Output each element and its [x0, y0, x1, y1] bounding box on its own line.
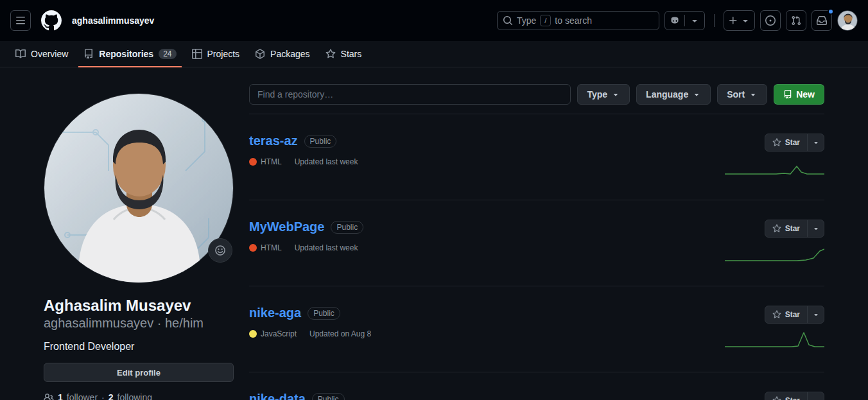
create-new-button[interactable] — [724, 10, 755, 31]
tab-stars[interactable]: Stars — [320, 41, 367, 67]
issues-button[interactable] — [760, 10, 781, 31]
language-name: JavaScript — [261, 329, 297, 338]
star-button-label: Star — [785, 396, 800, 400]
tab-repositories[interactable]: Repositories 24 — [78, 41, 181, 67]
chevron-down-icon — [692, 90, 701, 99]
star-dropdown-button[interactable] — [808, 392, 824, 400]
repository-list: teras-az Public HTML Updated last week — [249, 114, 824, 400]
profile-avatar[interactable] — [44, 93, 234, 283]
repositories-panel: Type Language Sort — [249, 67, 824, 400]
header-avatar[interactable] — [837, 10, 858, 31]
header-avatar-image — [838, 11, 858, 31]
profile-photo — [44, 94, 234, 283]
chevron-down-icon — [740, 15, 751, 26]
tab-label: Packages — [270, 49, 309, 59]
star-icon — [772, 138, 781, 147]
sort-filter-label: Sort — [727, 89, 745, 100]
language-dot — [249, 330, 257, 338]
repo-row-nike-data: nike-data Public JavaScript Updated on J… — [249, 372, 824, 400]
repo-link[interactable]: nike-aga — [249, 306, 301, 320]
repo-updated: Updated on Aug 8 — [309, 329, 371, 338]
new-button-label: New — [796, 89, 815, 100]
slash-key-hint: / — [540, 15, 551, 26]
tab-label: Projects — [207, 49, 240, 59]
issue-opened-icon — [765, 15, 776, 26]
star-button[interactable]: Star — [765, 134, 808, 151]
following-count: 2 — [108, 392, 114, 400]
star-button-group: Star — [765, 306, 824, 324]
language-filter-button[interactable]: Language — [636, 84, 711, 105]
profile-sidebar: Aghasalim Musayev aghasalimmusayev · he/… — [44, 67, 234, 400]
star-button-label: Star — [785, 138, 800, 147]
repo-side: Star — [725, 306, 824, 350]
follower-label: follower — [67, 392, 98, 400]
star-button-label: Star — [785, 310, 800, 319]
tab-overview[interactable]: Overview — [10, 41, 73, 67]
header-actions: Type / to search — [497, 10, 858, 31]
repo-link[interactable]: nike-data — [249, 392, 306, 400]
repo-language: HTML — [249, 243, 282, 252]
chevron-down-icon — [812, 311, 820, 318]
tab-label: Stars — [341, 49, 362, 59]
tab-projects[interactable]: Projects — [187, 41, 245, 67]
star-button[interactable]: Star — [765, 392, 808, 400]
sort-filter-button[interactable]: Sort — [717, 84, 767, 105]
global-search-input[interactable]: Type / to search — [497, 11, 659, 30]
language-name: HTML — [261, 243, 282, 252]
star-dropdown-button[interactable] — [808, 306, 824, 323]
followers-link[interactable]: 1 follower · 2 following — [44, 392, 234, 400]
header-divider — [714, 14, 715, 27]
chevron-down-icon — [812, 139, 820, 146]
following-label: following — [117, 392, 152, 400]
git-pull-request-icon — [791, 15, 801, 26]
star-button-group: Star — [765, 392, 824, 400]
star-button-group: Star — [765, 220, 824, 238]
star-icon — [772, 310, 781, 319]
copilot-caret-icon[interactable] — [685, 12, 704, 30]
package-icon — [255, 49, 265, 59]
repo-icon — [83, 49, 94, 59]
set-status-button[interactable] — [208, 238, 232, 263]
notification-dot — [828, 8, 834, 15]
repo-link[interactable]: MyWebPage — [249, 220, 324, 234]
pull-requests-button[interactable] — [786, 10, 806, 31]
repo-info: nike-aga Public JavaScript Updated on Au… — [249, 306, 371, 338]
repo-link[interactable]: teras-az — [249, 134, 298, 148]
type-filter-button[interactable]: Type — [577, 84, 630, 105]
profile-name: Aghasalim Musayev — [44, 296, 234, 315]
edit-profile-button[interactable]: Edit profile — [44, 363, 234, 382]
new-repository-button[interactable]: New — [774, 84, 824, 105]
profile-layout: Aghasalim Musayev aghasalimmusayev · he/… — [0, 67, 868, 400]
chevron-down-icon — [749, 90, 758, 99]
star-button[interactable]: Star — [765, 220, 808, 237]
profile-tab-bar: Overview Repositories 24 Projects Packag… — [0, 41, 868, 67]
tab-packages[interactable]: Packages — [250, 41, 315, 67]
visibility-badge: Public — [304, 135, 337, 148]
star-button[interactable]: Star — [765, 306, 808, 323]
star-dropdown-button[interactable] — [808, 134, 824, 151]
star-icon — [326, 49, 336, 59]
star-button-label: Star — [785, 224, 800, 233]
activity-sparkline — [725, 329, 824, 350]
header-username[interactable]: aghasalimmusayev — [72, 15, 154, 26]
repo-side: Star — [725, 220, 824, 264]
github-logo-icon[interactable] — [41, 10, 62, 31]
repo-info: MyWebPage Public HTML Updated last week — [249, 220, 363, 252]
table-icon — [192, 49, 202, 59]
repo-side: Star — [725, 134, 824, 178]
visibility-badge: Public — [308, 307, 340, 320]
language-dot — [249, 158, 257, 166]
tab-label: Overview — [31, 49, 68, 59]
activity-sparkline — [725, 243, 824, 264]
profile-avatar-wrap — [44, 93, 234, 283]
repo-icon — [783, 90, 792, 99]
language-filter-label: Language — [646, 89, 688, 100]
star-dropdown-button[interactable] — [808, 220, 824, 237]
copilot-button[interactable] — [664, 11, 705, 30]
hamburger-menu-button[interactable] — [10, 10, 31, 31]
inbox-button[interactable] — [812, 10, 832, 31]
star-icon — [772, 224, 781, 233]
copilot-icon — [665, 12, 684, 30]
inbox-icon — [817, 15, 827, 26]
find-repository-input[interactable] — [249, 84, 571, 105]
